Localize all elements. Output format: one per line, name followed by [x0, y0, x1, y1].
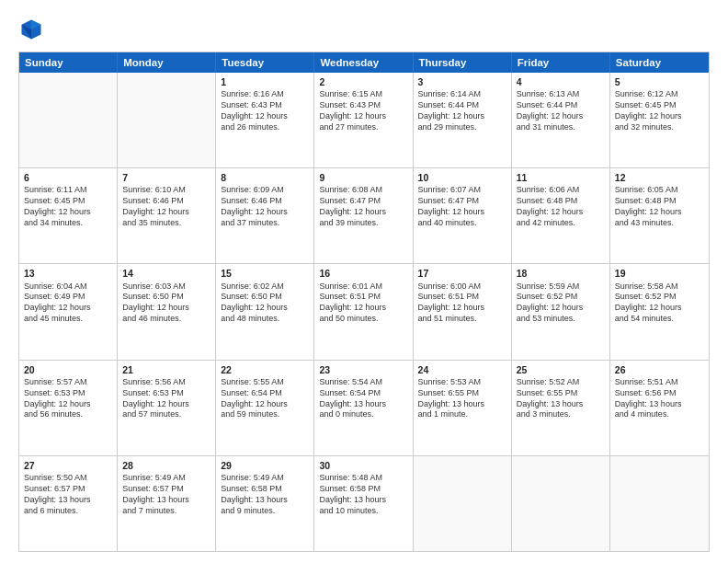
day-number: 10: [418, 171, 506, 184]
calendar-cell: 1Sunrise: 6:16 AMSunset: 6:43 PMDaylight…: [216, 73, 314, 167]
cell-line: Sunset: 6:55 PM: [418, 388, 506, 399]
calendar-header: SundayMondayTuesdayWednesdayThursdayFrid…: [19, 52, 709, 73]
cell-line: Sunset: 6:47 PM: [418, 196, 506, 207]
weekday-header: Friday: [512, 52, 610, 73]
day-number: 20: [24, 363, 112, 376]
calendar-cell: 5Sunrise: 6:12 AMSunset: 6:45 PMDaylight…: [610, 73, 709, 167]
cell-line: and 29 minutes.: [418, 122, 506, 133]
cell-line: Daylight: 12 hours: [517, 111, 605, 122]
cell-line: and 34 minutes.: [24, 218, 112, 229]
cell-line: Sunset: 6:50 PM: [122, 292, 210, 303]
cell-line: Daylight: 13 hours: [319, 495, 407, 506]
cell-line: Daylight: 12 hours: [319, 111, 407, 122]
day-number: 30: [319, 459, 407, 472]
day-number: 17: [418, 267, 506, 280]
day-number: 8: [221, 171, 309, 184]
cell-line: and 57 minutes.: [122, 409, 210, 420]
calendar-cell: 15Sunrise: 6:02 AMSunset: 6:50 PMDayligh…: [216, 264, 314, 359]
calendar-cell: 23Sunrise: 5:54 AMSunset: 6:54 PMDayligh…: [314, 361, 413, 455]
calendar-cell: 13Sunrise: 6:04 AMSunset: 6:49 PMDayligh…: [19, 264, 118, 359]
calendar-cell: [118, 73, 216, 167]
cell-line: Daylight: 13 hours: [24, 495, 112, 506]
cell-line: Sunrise: 5:56 AM: [122, 377, 210, 388]
cell-line: Sunrise: 5:58 AM: [615, 282, 704, 293]
day-number: 24: [418, 363, 506, 376]
cell-line: Daylight: 12 hours: [517, 303, 605, 314]
day-number: 27: [24, 459, 112, 472]
cell-line: Sunset: 6:55 PM: [517, 388, 605, 399]
cell-line: Sunset: 6:54 PM: [221, 388, 309, 399]
day-number: 22: [221, 363, 309, 376]
cell-line: Daylight: 12 hours: [319, 207, 407, 218]
cell-line: Sunrise: 6:11 AM: [24, 185, 112, 196]
cell-line: Sunrise: 6:00 AM: [418, 282, 506, 293]
day-number: 29: [221, 459, 309, 472]
day-number: 1: [221, 75, 309, 88]
cell-line: Sunrise: 6:09 AM: [221, 185, 309, 196]
calendar-cell: 6Sunrise: 6:11 AMSunset: 6:45 PMDaylight…: [19, 168, 118, 263]
calendar-cell: 7Sunrise: 6:10 AMSunset: 6:46 PMDaylight…: [118, 168, 216, 263]
calendar-cell: [19, 73, 118, 167]
calendar-cell: 19Sunrise: 5:58 AMSunset: 6:52 PMDayligh…: [610, 264, 709, 359]
calendar-cell: [512, 456, 610, 551]
calendar-cell: 18Sunrise: 5:59 AMSunset: 6:52 PMDayligh…: [512, 264, 610, 359]
cell-line: Sunrise: 6:15 AM: [319, 89, 407, 100]
calendar-cell: 11Sunrise: 6:06 AMSunset: 6:48 PMDayligh…: [512, 168, 610, 263]
header: [18, 17, 710, 42]
cell-line: Sunrise: 6:12 AM: [615, 89, 704, 100]
cell-line: Daylight: 12 hours: [615, 111, 704, 122]
cell-line: and 7 minutes.: [122, 506, 210, 517]
cell-line: Daylight: 12 hours: [615, 207, 704, 218]
cell-line: Sunset: 6:58 PM: [221, 484, 309, 495]
calendar-cell: 20Sunrise: 5:57 AMSunset: 6:53 PMDayligh…: [19, 361, 118, 455]
cell-line: Sunset: 6:51 PM: [418, 292, 506, 303]
cell-line: Daylight: 13 hours: [122, 495, 210, 506]
cell-line: and 26 minutes.: [221, 122, 309, 133]
cell-line: Sunrise: 5:57 AM: [24, 377, 112, 388]
cell-line: and 35 minutes.: [122, 218, 210, 229]
cell-line: Sunset: 6:46 PM: [122, 196, 210, 207]
cell-line: and 27 minutes.: [319, 122, 407, 133]
cell-line: and 10 minutes.: [319, 506, 407, 517]
cell-line: and 31 minutes.: [517, 122, 605, 133]
cell-line: Sunset: 6:57 PM: [24, 484, 112, 495]
cell-line: Sunset: 6:52 PM: [615, 292, 704, 303]
day-number: 11: [517, 171, 605, 184]
cell-line: Sunrise: 6:01 AM: [319, 282, 407, 293]
day-number: 3: [418, 75, 506, 88]
cell-line: Daylight: 13 hours: [319, 399, 407, 410]
cell-line: and 43 minutes.: [615, 218, 704, 229]
cell-line: Sunset: 6:48 PM: [615, 196, 704, 207]
cell-line: Sunset: 6:47 PM: [319, 196, 407, 207]
cell-line: Sunset: 6:52 PM: [517, 292, 605, 303]
calendar-cell: 25Sunrise: 5:52 AMSunset: 6:55 PMDayligh…: [512, 361, 610, 455]
weekday-header: Saturday: [610, 52, 709, 73]
cell-line: Daylight: 12 hours: [221, 303, 309, 314]
cell-line: and 0 minutes.: [319, 409, 407, 420]
cell-line: Sunrise: 5:49 AM: [122, 473, 210, 484]
cell-line: and 48 minutes.: [221, 314, 309, 325]
calendar-cell: 17Sunrise: 6:00 AMSunset: 6:51 PMDayligh…: [414, 264, 512, 359]
cell-line: Sunset: 6:50 PM: [221, 292, 309, 303]
cell-line: Daylight: 13 hours: [517, 399, 605, 410]
weekday-header: Sunday: [19, 52, 118, 73]
calendar-cell: 9Sunrise: 6:08 AMSunset: 6:47 PMDaylight…: [314, 168, 413, 263]
cell-line: and 4 minutes.: [615, 409, 704, 420]
calendar-cell: 26Sunrise: 5:51 AMSunset: 6:56 PMDayligh…: [610, 361, 709, 455]
day-number: 16: [319, 267, 407, 280]
day-number: 18: [517, 267, 605, 280]
calendar-row: 20Sunrise: 5:57 AMSunset: 6:53 PMDayligh…: [19, 360, 709, 455]
calendar-cell: 10Sunrise: 6:07 AMSunset: 6:47 PMDayligh…: [414, 168, 512, 263]
cell-line: Sunset: 6:43 PM: [221, 100, 309, 111]
weekday-header: Tuesday: [216, 52, 314, 73]
cell-line: and 51 minutes.: [418, 314, 506, 325]
cell-line: Sunrise: 5:52 AM: [517, 377, 605, 388]
cell-line: Daylight: 13 hours: [418, 399, 506, 410]
cell-line: Daylight: 12 hours: [122, 399, 210, 410]
cell-line: and 9 minutes.: [221, 506, 309, 517]
day-number: 7: [122, 171, 210, 184]
cell-line: Sunset: 6:46 PM: [221, 196, 309, 207]
day-number: 19: [615, 267, 704, 280]
day-number: 15: [221, 267, 309, 280]
cell-line: Sunrise: 6:13 AM: [517, 89, 605, 100]
